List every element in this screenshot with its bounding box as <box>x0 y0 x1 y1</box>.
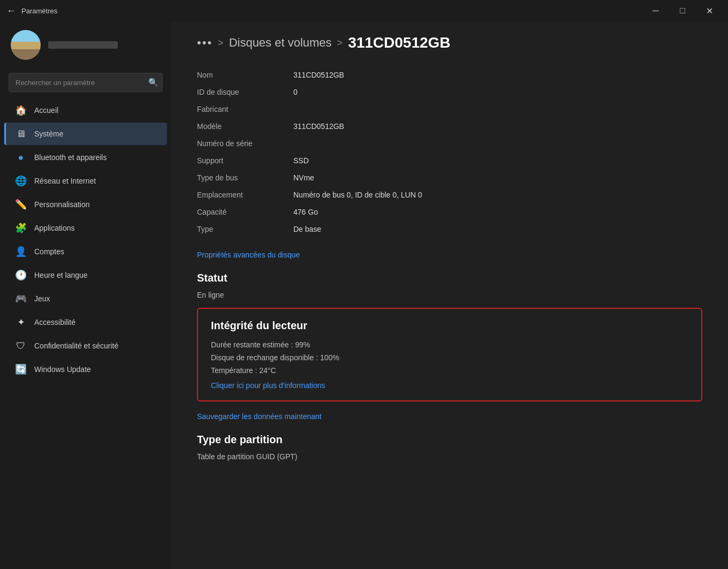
value-nom: 311CD0512GB <box>293 66 702 84</box>
label-support: Support <box>197 152 293 169</box>
avatar-image <box>11 30 41 60</box>
search-icon[interactable]: 🔍 <box>148 78 158 87</box>
nav-reseau[interactable]: 🌐 Réseau et Internet <box>4 170 167 192</box>
label-type: Type <box>197 221 293 238</box>
disk-info-table: Nom 311CD0512GB ID de disque 0 Fabricant… <box>197 66 702 238</box>
nav-accueil[interactable]: 🏠 Accueil <box>4 99 167 122</box>
value-emplacement: Numéro de bus 0, ID de cible 0, LUN 0 <box>293 186 702 203</box>
sidebar-item-label: Accessibilité <box>34 318 75 327</box>
label-nom: Nom <box>197 66 293 84</box>
partition-section: Type de partition Table de partition GUI… <box>197 434 702 461</box>
integrity-line-3: Température : 24°C <box>211 366 688 375</box>
advanced-properties-link[interactable]: Propriétés avancées du disque <box>197 251 300 259</box>
sidebar-item-label: Système <box>34 130 63 138</box>
applications-icon: 🧩 <box>15 222 27 234</box>
titlebar-left: ← Paramètres <box>6 5 57 17</box>
sidebar-item-label: Bluetooth et appareils <box>34 153 107 162</box>
table-row: Modèle 311CD0512GB <box>197 118 702 135</box>
titlebar-controls: ─ □ ✕ <box>643 2 722 19</box>
nav-applications[interactable]: 🧩 Applications <box>4 217 167 239</box>
breadcrumb-current: 311CD0512GB <box>348 34 450 51</box>
partition-sub: Table de partition GUID (GPT) <box>197 452 702 461</box>
minimize-button[interactable]: ─ <box>643 2 668 19</box>
content-area: ••• > Disques et volumes > 311CD0512GB N… <box>171 21 728 569</box>
label-id: ID de disque <box>197 84 293 101</box>
nav-accessibilite[interactable]: ✦ Accessibilité <box>4 311 167 333</box>
confidentialite-icon: 🛡 <box>15 340 27 352</box>
integrity-box: Intégrité du lecteur Durée restante esti… <box>197 308 702 401</box>
table-row: Numéro de série <box>197 135 702 152</box>
value-support: SSD <box>293 152 702 169</box>
user-name <box>48 41 118 49</box>
table-row: ID de disque 0 <box>197 84 702 101</box>
table-row: Fabricant <box>197 101 702 118</box>
integrity-line-2: Disque de rechange disponible : 100% <box>211 353 688 362</box>
user-section <box>0 21 171 71</box>
value-bus: NVme <box>293 169 702 186</box>
value-id: 0 <box>293 84 702 101</box>
label-capacite: Capacité <box>197 203 293 221</box>
breadcrumb-parent[interactable]: Disques et volumes <box>229 36 332 50</box>
nav-jeux[interactable]: 🎮 Jeux <box>4 287 167 310</box>
sidebar-item-label: Windows Update <box>34 365 91 374</box>
value-fabricant <box>293 101 702 118</box>
sidebar-item-label: Jeux <box>34 294 50 303</box>
maximize-button[interactable]: □ <box>670 2 695 19</box>
nav-systeme[interactable]: 🖥 Système <box>4 123 167 145</box>
statut-value: En ligne <box>197 291 702 299</box>
search-box: 🔍 <box>9 73 163 92</box>
back-button[interactable]: ← <box>6 5 16 17</box>
table-row: Emplacement Numéro de bus 0, ID de cible… <box>197 186 702 203</box>
label-modele: Modèle <box>197 118 293 135</box>
breadcrumb-sep-1: > <box>218 37 224 49</box>
integrity-more-link[interactable]: Cliquer ici pour plus d'informations <box>211 381 325 390</box>
app-container: 🔍 🏠 Accueil 🖥 Système ● Bluetooth et app… <box>0 21 728 569</box>
sidebar-item-label: Applications <box>34 224 75 232</box>
table-row: Type De base <box>197 221 702 238</box>
save-data-link[interactable]: Sauvegarder les données maintenant <box>197 412 702 421</box>
value-serie <box>293 135 702 152</box>
table-row: Support SSD <box>197 152 702 169</box>
sidebar-item-label: Comptes <box>34 247 64 256</box>
accessibilite-icon: ✦ <box>15 316 27 328</box>
integrity-heading: Intégrité du lecteur <box>211 320 688 332</box>
breadcrumb-dots: ••• <box>197 36 213 50</box>
partition-heading: Type de partition <box>197 434 702 446</box>
accueil-icon: 🏠 <box>15 104 27 116</box>
breadcrumb-sep-2: > <box>337 37 343 49</box>
titlebar-title: Paramètres <box>21 7 57 15</box>
search-input[interactable] <box>9 73 163 92</box>
label-bus: Type de bus <box>197 169 293 186</box>
label-fabricant: Fabricant <box>197 101 293 118</box>
reseau-icon: 🌐 <box>15 175 27 187</box>
bluetooth-icon: ● <box>15 151 27 163</box>
titlebar: ← Paramètres ─ □ ✕ <box>0 0 728 21</box>
table-row: Nom 311CD0512GB <box>197 66 702 84</box>
nav-confidentialite[interactable]: 🛡 Confidentialité et sécurité <box>4 335 167 357</box>
personnalisation-icon: ✏️ <box>15 199 27 210</box>
nav-windows-update[interactable]: 🔄 Windows Update <box>4 358 167 381</box>
systeme-icon: 🖥 <box>15 128 27 140</box>
sidebar-item-label: Réseau et Internet <box>34 177 96 185</box>
nav-personnalisation[interactable]: ✏️ Personnalisation <box>4 193 167 216</box>
sidebar: 🔍 🏠 Accueil 🖥 Système ● Bluetooth et app… <box>0 21 171 569</box>
table-row: Capacité 476 Go <box>197 203 702 221</box>
label-serie: Numéro de série <box>197 135 293 152</box>
statut-heading: Statut <box>197 272 702 284</box>
value-capacite: 476 Go <box>293 203 702 221</box>
nav-heure[interactable]: 🕐 Heure et langue <box>4 264 167 286</box>
sidebar-item-label: Personnalisation <box>34 200 90 209</box>
value-modele: 311CD0512GB <box>293 118 702 135</box>
integrity-line-1: Durée restante estimée : 99% <box>211 340 688 349</box>
jeux-icon: 🎮 <box>15 293 27 305</box>
close-button[interactable]: ✕ <box>697 2 722 19</box>
table-row: Type de bus NVme <box>197 169 702 186</box>
heure-icon: 🕐 <box>15 269 27 281</box>
comptes-icon: 👤 <box>15 246 27 257</box>
label-emplacement: Emplacement <box>197 186 293 203</box>
sidebar-item-label: Confidentialité et sécurité <box>34 342 118 350</box>
breadcrumb: ••• > Disques et volumes > 311CD0512GB <box>197 34 702 51</box>
nav-bluetooth[interactable]: ● Bluetooth et appareils <box>4 146 167 169</box>
avatar <box>11 30 41 60</box>
nav-comptes[interactable]: 👤 Comptes <box>4 240 167 263</box>
